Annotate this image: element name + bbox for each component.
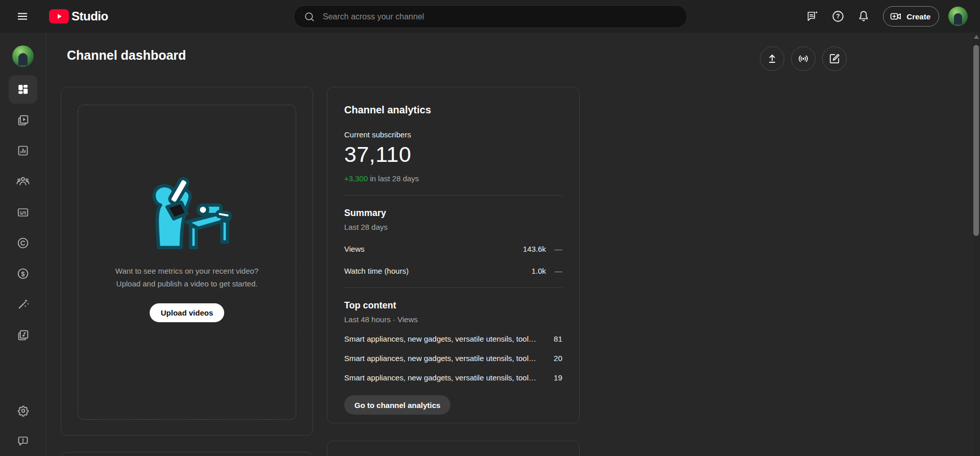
video-title: Smart appliances, new gadgets, versatile… xyxy=(344,354,554,363)
sidebar-item-community[interactable] xyxy=(11,169,35,194)
subscribers-label: Current subscribers xyxy=(344,130,562,139)
main-content: Channel dashboard xyxy=(46,33,973,456)
upload-prompt-line2: Upload and publish a video to get starte… xyxy=(115,277,258,290)
sidebar-item-subtitles[interactable] xyxy=(11,200,35,225)
video-title: Smart appliances, new gadgets, versatile… xyxy=(344,373,554,382)
create-video-icon xyxy=(890,10,902,22)
video-views: 20 xyxy=(554,354,562,363)
delta-value: +3,300 xyxy=(344,174,368,183)
divider xyxy=(344,195,562,196)
sidebar-item-dashboard[interactable] xyxy=(9,75,37,104)
svg-text:$: $ xyxy=(21,271,25,278)
community-icon xyxy=(16,175,30,188)
sidebar-item-copyright[interactable] xyxy=(11,231,35,255)
upload-dropzone: Want to see metrics on your recent video… xyxy=(78,105,296,420)
svg-text:?: ? xyxy=(836,13,840,20)
feedback-sparkle-icon xyxy=(806,10,819,23)
analytics-icon xyxy=(17,145,29,157)
search-input[interactable] xyxy=(323,12,678,21)
summary-row-watch-time: Watch time (hours) 1.0k — xyxy=(344,267,562,275)
analytics-illustration xyxy=(133,165,241,252)
notifications-button[interactable] xyxy=(853,6,874,27)
upload-prompt: Want to see metrics on your recent video… xyxy=(115,265,258,290)
video-views: 81 xyxy=(554,334,562,343)
scrollbar-thumb[interactable] xyxy=(973,45,979,236)
channel-avatar[interactable] xyxy=(12,45,34,67)
create-button-label: Create xyxy=(906,12,930,21)
video-title: Smart appliances, new gadgets, versatile… xyxy=(344,334,554,343)
video-views: 19 xyxy=(554,373,562,382)
settings-icon xyxy=(17,404,30,417)
subtitles-icon xyxy=(17,206,29,219)
studio-wordmark: Studio xyxy=(71,9,108,23)
create-post-button[interactable] xyxy=(822,46,847,71)
content-icon xyxy=(17,114,30,127)
next-card-right xyxy=(327,441,580,456)
topbar: Studio ? xyxy=(0,0,980,33)
summary-subtitle: Last 28 days xyxy=(344,223,562,231)
edit-icon xyxy=(828,53,841,65)
youtube-play-icon xyxy=(49,9,69,23)
top-content-row[interactable]: Smart appliances, new gadgets, versatile… xyxy=(344,373,562,382)
upload-icon xyxy=(766,53,778,65)
top-content-title: Top content xyxy=(344,300,562,311)
live-icon xyxy=(797,53,809,65)
page-scrollbar[interactable] xyxy=(973,33,980,456)
metric-label: Views xyxy=(344,245,523,253)
trend-flat-icon: — xyxy=(553,245,562,253)
subscribers-value: 37,110 xyxy=(344,142,562,167)
metric-value: 1.0k xyxy=(532,267,546,275)
send-feedback-button[interactable] xyxy=(802,6,823,27)
search-icon xyxy=(303,11,316,23)
metric-value: 143.6k xyxy=(523,245,546,253)
hamburger-icon xyxy=(16,10,29,22)
send-feedback-icon xyxy=(17,435,29,447)
help-icon: ? xyxy=(831,10,845,23)
analytics-card-title: Channel analytics xyxy=(344,104,562,116)
sidebar-item-analytics[interactable] xyxy=(11,138,35,163)
divider xyxy=(344,287,562,288)
sidebar: $ xyxy=(0,33,46,456)
earn-icon: $ xyxy=(16,267,30,280)
go-live-button[interactable] xyxy=(791,46,816,71)
top-content-row[interactable]: Smart appliances, new gadgets, versatile… xyxy=(344,354,562,363)
search-bar[interactable] xyxy=(294,5,687,28)
upload-promo-card: Want to see metrics on your recent video… xyxy=(61,87,313,436)
help-button[interactable]: ? xyxy=(828,6,848,27)
page-title: Channel dashboard xyxy=(67,48,186,63)
sidebar-item-audio-library[interactable] xyxy=(11,323,35,347)
youtube-studio-logo[interactable]: Studio xyxy=(49,0,108,33)
metric-label: Watch time (hours) xyxy=(344,267,532,275)
summary-row-views: Views 143.6k — xyxy=(344,245,562,253)
trend-flat-icon: — xyxy=(553,267,562,275)
topbar-actions: ? Create xyxy=(802,0,968,33)
top-content-subtitle: Last 48 hours · Views xyxy=(344,315,562,324)
channel-analytics-card: Channel analytics Current subscribers 37… xyxy=(327,87,580,423)
sidebar-item-customization[interactable] xyxy=(11,292,35,316)
subscribers-delta: +3,300 in last 28 days xyxy=(344,174,562,183)
scrollbar-up-arrow[interactable] xyxy=(974,35,979,39)
dashboard-icon xyxy=(17,83,29,95)
sidebar-item-settings[interactable] xyxy=(11,398,35,423)
delta-suffix: in last 28 days xyxy=(370,174,419,183)
copyright-icon xyxy=(16,236,30,250)
summary-title: Summary xyxy=(344,208,562,219)
upload-videos-button[interactable]: Upload videos xyxy=(150,303,225,322)
audio-library-icon xyxy=(17,329,30,342)
dashboard-actions xyxy=(760,46,847,71)
customization-icon xyxy=(17,298,30,310)
go-to-channel-analytics-button[interactable]: Go to channel analytics xyxy=(344,395,450,415)
upload-videos-action-button[interactable] xyxy=(760,46,784,71)
bell-icon xyxy=(857,10,870,23)
sidebar-item-content[interactable] xyxy=(11,108,35,132)
menu-button[interactable] xyxy=(12,6,33,27)
upload-prompt-line1: Want to see metrics on your recent video… xyxy=(115,265,258,277)
create-button[interactable]: Create xyxy=(883,6,939,27)
next-card-left xyxy=(61,452,313,456)
sidebar-item-earn[interactable]: $ xyxy=(11,261,35,286)
sidebar-item-send-feedback[interactable] xyxy=(11,429,35,453)
top-content-row[interactable]: Smart appliances, new gadgets, versatile… xyxy=(344,334,562,343)
account-avatar[interactable] xyxy=(948,7,968,26)
